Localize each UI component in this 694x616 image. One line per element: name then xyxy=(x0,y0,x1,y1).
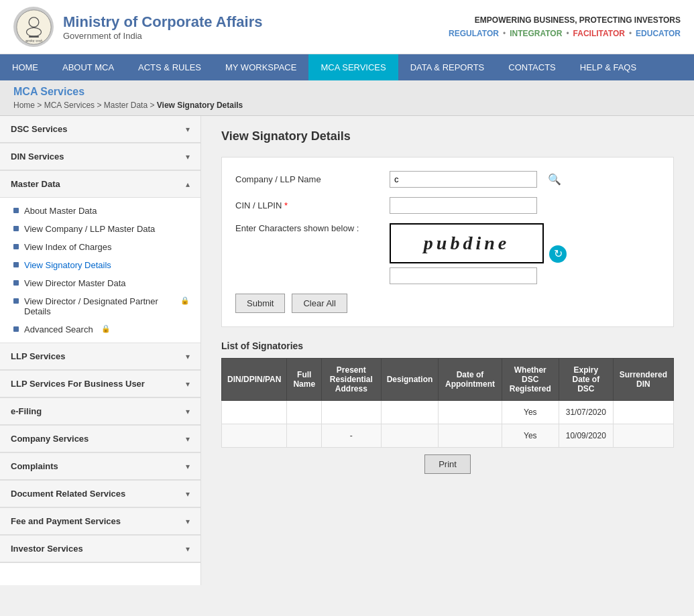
efiling-chevron-down-icon: ▾ xyxy=(186,407,190,416)
dot-icon xyxy=(13,326,19,332)
col-din: DIN/DPIN/PAN xyxy=(222,359,287,401)
nav-home[interactable]: HOME xyxy=(0,54,50,80)
sidebar-section-complaints-header[interactable]: Complaints ▾ xyxy=(0,453,200,480)
table-row: Yes31/07/2020 xyxy=(222,401,674,424)
table-cell-7 xyxy=(613,401,673,424)
col-date-appointment: Date of Appointment xyxy=(439,359,502,401)
company-chevron-down-icon: ▾ xyxy=(186,434,190,444)
complaints-chevron-down-icon: ▾ xyxy=(186,462,190,471)
header-left: सत्यमेव जयते Ministry of Corporate Affai… xyxy=(13,7,262,47)
clear-button[interactable]: Clear All xyxy=(292,294,347,313)
sidebar-item-about-master[interactable]: About Master Data xyxy=(0,202,200,220)
nav-about[interactable]: ABOUT MCA xyxy=(50,54,126,80)
sidebar-section-din-header[interactable]: DIN Services ▾ xyxy=(0,143,200,170)
gov-name: Government of India xyxy=(63,31,262,41)
sidebar-section-company-header[interactable]: Company Services ▾ xyxy=(0,426,200,452)
nav-data-reports[interactable]: DATA & REPORTS xyxy=(398,54,497,80)
sidebar-section-investor-header[interactable]: Investor Services ▾ xyxy=(0,536,200,562)
table-cell-4 xyxy=(439,424,502,448)
cin-llpin-input[interactable] xyxy=(390,197,537,214)
sidebar-item-view-signatory-label: View Signatory Details xyxy=(24,260,111,270)
nav-mca-services[interactable]: MCA SERVICES xyxy=(308,54,398,80)
sidebar-item-advanced-search[interactable]: Advanced Search 🔒 xyxy=(0,320,200,338)
roles: REGULATOR • INTEGRATOR • FACILITATOR • E… xyxy=(449,29,681,38)
sidebar-item-view-director-partner-label: View Director / Designated Partner Detai… xyxy=(24,296,172,316)
sidebar-item-view-charges-label: View Index of Charges xyxy=(24,242,112,252)
sidebar-section-master-title: Master Data xyxy=(11,179,60,189)
dot-icon xyxy=(13,280,19,286)
table-cell-6: 31/07/2020 xyxy=(559,401,613,424)
sidebar-section-master: Master Data ▴ About Master Data View Com… xyxy=(0,171,200,343)
sidebar-section-llp: LLP Services ▾ xyxy=(0,343,200,371)
dsc-chevron-down-icon: ▾ xyxy=(186,125,190,134)
breadcrumb-mca-services[interactable]: MCA Services xyxy=(44,101,95,110)
captcha-input[interactable] xyxy=(390,267,537,284)
sidebar: DSC Services ▾ DIN Services ▾ Master Dat… xyxy=(0,116,201,585)
captcha-label: Enter Characters shown below : xyxy=(235,223,383,233)
sidebar-item-advanced-search-label: Advanced Search xyxy=(24,324,93,334)
sidebar-section-fee: Fee and Payment Services ▾ xyxy=(0,508,200,536)
role-integrator: INTEGRATOR xyxy=(510,29,562,38)
captcha-image: pubdine xyxy=(390,223,544,263)
signatory-list: List of Signatories DIN/DPIN/PAN Full Na… xyxy=(221,341,674,474)
table-cell-5: Yes xyxy=(502,401,559,424)
sidebar-item-view-charges[interactable]: View Index of Charges xyxy=(0,238,200,256)
lock-icon: 🔒 xyxy=(101,324,111,333)
content-area: View Signatory Details Company / LLP Nam… xyxy=(201,116,694,585)
nav-help[interactable]: HELP & FAQS xyxy=(568,54,648,80)
sidebar-section-documents-header[interactable]: Document Related Services ▾ xyxy=(0,481,200,507)
company-llp-row: Company / LLP Name 🔍 xyxy=(235,171,660,188)
sidebar-section-efiling-title: e-Filing xyxy=(11,406,42,416)
sidebar-section-complaints: Complaints ▾ xyxy=(0,453,200,481)
dot-icon xyxy=(13,244,19,249)
table-cell-5: Yes xyxy=(502,424,559,448)
search-button[interactable]: 🔍 xyxy=(544,172,565,187)
org-name: Ministry of Corporate Affairs xyxy=(63,13,262,31)
svg-rect-3 xyxy=(29,36,39,38)
tagline: EMPOWERING BUSINESS, PROTECTING INVESTOR… xyxy=(449,15,681,25)
sidebar-section-llp-business: LLP Services For Business User ▾ xyxy=(0,371,200,398)
sidebar-item-view-director[interactable]: View Director Master Data xyxy=(0,274,200,292)
dot-icon xyxy=(13,262,19,267)
header-title: Ministry of Corporate Affairs Government… xyxy=(63,13,262,41)
sidebar-item-view-director-partner[interactable]: View Director / Designated Partner Detai… xyxy=(0,292,200,320)
sidebar-section-llp-business-header[interactable]: LLP Services For Business User ▾ xyxy=(0,371,200,397)
refresh-icon[interactable]: ↻ xyxy=(549,245,567,263)
govt-emblem: सत्यमेव जयते xyxy=(13,7,54,47)
col-designation: Designation xyxy=(381,359,439,401)
fee-chevron-down-icon: ▾ xyxy=(186,517,190,526)
sidebar-section-dsc-title: DSC Services xyxy=(11,124,68,134)
role-educator: EDUCATOR xyxy=(636,29,681,38)
submit-button[interactable]: Submit xyxy=(235,294,285,313)
list-title: List of Signatories xyxy=(221,341,674,351)
breadcrumb-home[interactable]: Home xyxy=(13,101,35,110)
breadcrumb: Home > MCA Services > Master Data > View… xyxy=(13,101,681,110)
dot-icon xyxy=(13,298,19,304)
nav-contacts[interactable]: CONTACTS xyxy=(496,54,568,80)
table-cell-4 xyxy=(439,401,502,424)
header: सत्यमेव जयते Ministry of Corporate Affai… xyxy=(0,0,694,54)
master-chevron-up-icon: ▴ xyxy=(186,180,190,189)
sidebar-item-view-signatory[interactable]: View Signatory Details xyxy=(0,256,200,274)
main-nav: HOME ABOUT MCA ACTS & RULES MY WORKSPACE… xyxy=(0,54,694,80)
company-llp-input[interactable] xyxy=(390,171,537,188)
main-layout: DSC Services ▾ DIN Services ▾ Master Dat… xyxy=(0,116,694,585)
sidebar-section-master-header[interactable]: Master Data ▴ xyxy=(0,171,200,198)
nav-workspace[interactable]: MY WORKSPACE xyxy=(213,54,308,80)
sidebar-section-complaints-title: Complaints xyxy=(11,461,58,471)
role-regulator: REGULATOR xyxy=(449,29,499,38)
print-button[interactable]: Print xyxy=(424,454,471,474)
nav-acts[interactable]: ACTS & RULES xyxy=(126,54,213,80)
table-cell-7 xyxy=(613,424,673,448)
documents-chevron-down-icon: ▾ xyxy=(186,489,190,499)
sidebar-item-view-company[interactable]: View Company / LLP Master Data xyxy=(0,220,200,238)
sidebar-section-efiling-header[interactable]: e-Filing ▾ xyxy=(0,398,200,425)
sidebar-section-dsc-header[interactable]: DSC Services ▾ xyxy=(0,116,200,143)
sidebar-section-llp-business-title: LLP Services For Business User xyxy=(11,379,145,389)
sidebar-section-llp-title: LLP Services xyxy=(11,351,65,361)
sidebar-section-llp-header[interactable]: LLP Services ▾ xyxy=(0,343,200,370)
sidebar-section-fee-header[interactable]: Fee and Payment Services ▾ xyxy=(0,508,200,535)
breadcrumb-master-data[interactable]: Master Data xyxy=(104,101,148,110)
sidebar-item-about-master-label: About Master Data xyxy=(24,206,97,216)
sidebar-section-efiling: e-Filing ▾ xyxy=(0,398,200,426)
